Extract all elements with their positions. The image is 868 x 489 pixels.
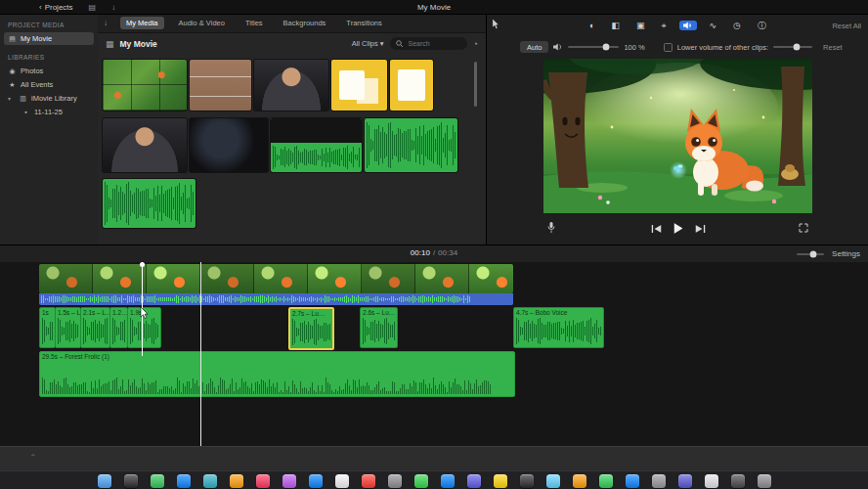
pointer-icon[interactable]: [492, 19, 499, 29]
sidebar-item-photos[interactable]: ◉ Photos: [4, 65, 94, 77]
dock-app-icon-2[interactable]: [124, 474, 138, 488]
window-title: My Movie: [417, 3, 451, 12]
timeline-header: 00:10 / 00:34 Settings: [0, 245, 868, 263]
lower-volume-checkbox[interactable]: [664, 43, 673, 52]
previous-frame-button[interactable]: [651, 225, 661, 233]
browser-options-icon[interactable]: ◔: [473, 39, 478, 49]
lower-volume-slider[interactable]: [773, 46, 812, 48]
stabilization-icon[interactable]: ⌖: [657, 20, 670, 32]
import-download-icon[interactable]: ↓: [111, 3, 115, 12]
media-thumbnail-forest[interactable]: [103, 60, 187, 111]
dock-app-icon-3[interactable]: [151, 474, 164, 488]
next-frame-button[interactable]: [695, 225, 705, 233]
dock-app-icon-6[interactable]: [230, 474, 243, 488]
dock-app-icon-7[interactable]: [256, 474, 270, 488]
search-input[interactable]: [407, 39, 461, 48]
dock-app-icon-20[interactable]: [599, 474, 613, 488]
color-correction-icon[interactable]: ◧: [607, 20, 624, 31]
thumb-video-part: [271, 118, 362, 143]
media-thumbnail-card[interactable]: [190, 60, 251, 111]
volume-controls: Auto 100 % Lower volume of other clips: …: [520, 39, 863, 55]
dock-app-icon-19[interactable]: [573, 474, 586, 488]
sidebar-item-event-date[interactable]: ▪ 11-11-25: [4, 106, 94, 118]
media-thumbnail-audio[interactable]: [365, 118, 457, 172]
background-music-clip[interactable]: 29.5s – Forest Frolic (1): [39, 351, 515, 397]
dock-app-icon-25[interactable]: [731, 474, 745, 488]
dock-app-icon-14[interactable]: [441, 474, 455, 488]
dock-app-icon-5[interactable]: [203, 474, 217, 488]
media-thumbnail-dark[interactable]: [190, 118, 268, 172]
media-thumbnail-portrait[interactable]: [103, 118, 187, 172]
clip-filter-dropdown[interactable]: All Clips ▾: [352, 39, 384, 48]
tab-my-media[interactable]: My Media: [120, 17, 164, 29]
media-thumbnail-slide[interactable]: [331, 60, 387, 111]
sidebar-item-my-movie[interactable]: ▤ My Movie: [4, 32, 94, 45]
media-thumbnail-slide2[interactable]: [390, 60, 433, 111]
dock-app-icon-11[interactable]: [362, 474, 375, 488]
dock-app-icon-10[interactable]: [335, 474, 349, 488]
browser-scrollbar[interactable]: [474, 62, 477, 107]
zoom-slider[interactable]: [797, 253, 824, 255]
play-button[interactable]: [673, 223, 682, 234]
dock-app-icon-16[interactable]: [494, 474, 507, 488]
media-thumbnail-portrait[interactable]: [254, 60, 328, 111]
volume-icon[interactable]: [679, 21, 697, 30]
video-audio-strip[interactable]: [39, 293, 513, 305]
dock-app-icon-26[interactable]: [758, 474, 771, 488]
media-list-icon[interactable]: ▤: [89, 3, 97, 12]
audio-clip[interactable]: 1.2…: [109, 307, 128, 348]
reset-all-button[interactable]: Reset All: [832, 22, 861, 30]
tab-titles[interactable]: Titles: [239, 17, 269, 29]
sidebar-item-all-events[interactable]: ★ All Events: [4, 78, 94, 91]
speed-icon[interactable]: ◷: [729, 20, 745, 31]
audio-clip[interactable]: 2.1s – L…: [80, 307, 110, 348]
sidebar-item-imovie-library[interactable]: ▾ ▥ iMovie Library: [4, 92, 94, 105]
reset-button[interactable]: Reset: [823, 43, 843, 52]
mouse-cursor: [140, 307, 149, 319]
grid-view-icon[interactable]: ▦: [106, 39, 114, 49]
dock-app-icon-8[interactable]: [282, 474, 296, 488]
projects-back-button[interactable]: ‹ Projects: [39, 3, 73, 12]
dock-app-icon-17[interactable]: [520, 474, 534, 488]
settings-button[interactable]: Settings: [832, 249, 860, 258]
playhead[interactable]: [200, 262, 201, 446]
dock-app-icon-15[interactable]: [467, 474, 481, 488]
audio-clip[interactable]: 2.6s – Lu…: [360, 307, 398, 348]
dock-app-icon-18[interactable]: [546, 474, 560, 488]
info-icon[interactable]: ⓘ: [754, 19, 770, 33]
photos-icon: ◉: [8, 67, 17, 75]
auto-button[interactable]: Auto: [520, 41, 548, 53]
search-box[interactable]: [390, 37, 467, 50]
back-chevron-icon: ‹: [39, 3, 42, 12]
media-thumbnail-mixed[interactable]: [271, 118, 362, 172]
dock-app-icon-24[interactable]: [705, 474, 718, 488]
sidebar-item-label: All Events: [21, 80, 53, 89]
dock-app-icon-4[interactable]: [177, 474, 191, 488]
color-balance-icon[interactable]: ◐: [586, 20, 598, 31]
chevron-down-icon[interactable]: ▾: [8, 95, 15, 102]
microphone-icon[interactable]: [547, 222, 555, 234]
dock-app-icon-1[interactable]: [98, 474, 111, 488]
dock-app-icon-23[interactable]: [678, 474, 692, 488]
crop-icon[interactable]: ▣: [632, 20, 649, 31]
clip-waveform: [292, 317, 330, 347]
browser-header: ▦ My Movie All Clips ▾ ◔: [98, 33, 486, 54]
dock-app-icon-9[interactable]: [309, 474, 323, 488]
dock-app-icon-13[interactable]: [414, 474, 428, 488]
media-thumbnail-audio[interactable]: [103, 179, 195, 228]
dock-app-icon-12[interactable]: [388, 474, 402, 488]
audio-clip-selected[interactable]: 2.7s – Lu…: [288, 307, 334, 350]
fullscreen-icon[interactable]: [799, 223, 808, 233]
dock-app-icon-21[interactable]: [626, 474, 639, 488]
noise-reduction-icon[interactable]: ∿: [706, 20, 721, 31]
import-icon[interactable]: ↓: [104, 19, 108, 27]
dock-app-icon-22[interactable]: [652, 474, 666, 488]
audio-clip[interactable]: 1.5s – L…: [55, 307, 81, 348]
tab-audio-video[interactable]: Audio & Video: [173, 17, 231, 29]
audio-clip[interactable]: 4.7s – Bobo Voice: [513, 307, 604, 348]
video-clip-track[interactable]: [39, 264, 513, 293]
audio-clip[interactable]: 1s: [39, 307, 56, 348]
tab-transitions[interactable]: Transitions: [340, 17, 387, 29]
volume-slider[interactable]: [568, 46, 619, 48]
tab-backgrounds[interactable]: Backgrounds: [278, 17, 332, 29]
